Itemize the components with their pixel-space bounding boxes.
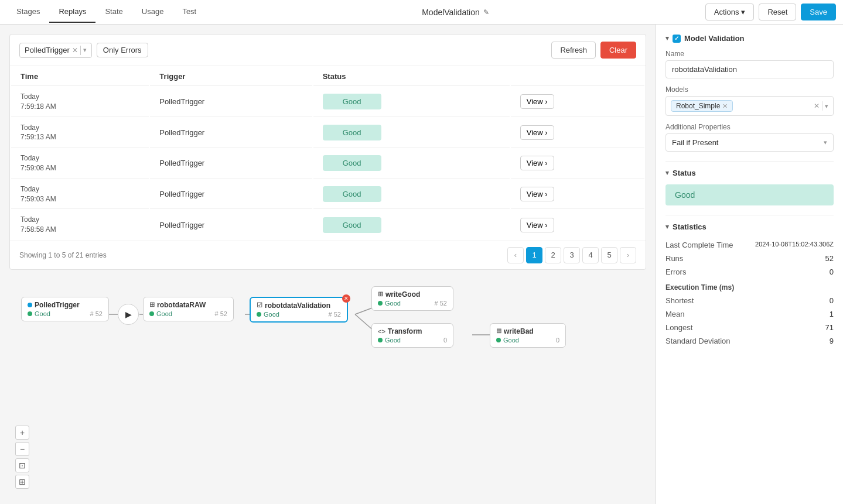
status-cell: Good bbox=[313, 180, 510, 210]
page-2[interactable]: 2 bbox=[545, 247, 561, 263]
filter-tag[interactable]: PolledTrigger ✕ ▾ bbox=[19, 43, 92, 58]
col-status: Status bbox=[313, 67, 510, 86]
model-chevron-icon[interactable]: ▾ bbox=[825, 102, 828, 110]
models-field[interactable]: Robot_Simple ✕ ✕ ▾ bbox=[665, 96, 834, 116]
status-dot bbox=[149, 311, 154, 316]
status-header: ▾ Status bbox=[665, 169, 834, 177]
status-dot bbox=[257, 312, 261, 317]
additional-props-chevron[interactable]: ▾ bbox=[824, 139, 827, 146]
table-row: Today7:59:13 AM PolledTrigger Good View bbox=[11, 118, 644, 148]
model-validation-checkbox[interactable]: ✓ bbox=[673, 35, 681, 43]
view-cell: View bbox=[511, 149, 644, 179]
status-dot bbox=[378, 301, 383, 306]
pagination: Showing 1 to 5 of 21 entries ‹ 1 2 3 4 5… bbox=[10, 241, 646, 269]
stat-std-dev: Standard Deviation 9 bbox=[665, 334, 834, 348]
view-button[interactable]: View bbox=[520, 125, 554, 140]
node-writebad[interactable]: ⊞ writeBad Good 0 bbox=[490, 323, 566, 348]
view-button[interactable]: View bbox=[520, 218, 554, 232]
statistics-section: ▾ Statistics Last Complete Time 2024-10-… bbox=[665, 222, 834, 348]
collapse-icon[interactable]: ▾ bbox=[665, 169, 669, 177]
model-remove-icon[interactable]: ✕ bbox=[814, 102, 820, 110]
trigger-cell: PolledTrigger bbox=[150, 210, 312, 239]
filter-tag-remove[interactable]: ✕ bbox=[72, 46, 78, 54]
page-1[interactable]: 1 bbox=[526, 247, 542, 263]
node-icon: ⊞ bbox=[496, 327, 501, 335]
chevron-down-icon[interactable]: ▾ bbox=[83, 46, 87, 54]
stat-last-complete: Last Complete Time 2024-10-08T15:02:43.3… bbox=[665, 238, 834, 252]
status-section: ▾ Status Good bbox=[665, 169, 834, 205]
model-tag[interactable]: Robot_Simple ✕ bbox=[671, 100, 733, 112]
page-5[interactable]: 5 bbox=[601, 247, 617, 263]
view-cell: View bbox=[511, 118, 644, 148]
model-tag-label: Robot_Simple bbox=[676, 102, 720, 110]
refresh-button[interactable]: Refresh bbox=[551, 42, 596, 59]
node-icon: ⊞ bbox=[378, 290, 383, 298]
model-validation-header: ▾ ✓ Model Validation bbox=[665, 34, 834, 43]
table-row: Today7:59:18 AM PolledTrigger Good View bbox=[11, 87, 644, 117]
stat-errors: Errors 0 bbox=[665, 265, 834, 279]
node-writegood[interactable]: ⊞ writeGood Good # 52 bbox=[371, 286, 453, 311]
trigger-cell: PolledTrigger bbox=[150, 87, 312, 117]
flow-area[interactable]: PolledTrigger Good # 52 ▶ ⊞ robotdataRAW bbox=[9, 279, 646, 495]
model-validation-section: ▾ ✓ Model Validation Name robotdataValid… bbox=[665, 34, 834, 152]
view-cell: View bbox=[511, 87, 644, 117]
node-icon: ⊞ bbox=[149, 301, 155, 308]
save-button[interactable]: Save bbox=[801, 4, 836, 20]
main-layout: PolledTrigger ✕ ▾ Only Errors Refresh Cl… bbox=[0, 25, 843, 504]
additional-props-field[interactable]: Fail if Present ▾ bbox=[665, 133, 834, 152]
node-robotdatavalidation[interactable]: ✕ ☑ robotdataValidation Good # 52 bbox=[250, 297, 348, 323]
page-title: ModelValidation ✎ bbox=[206, 8, 705, 17]
tab-test[interactable]: Test bbox=[173, 1, 206, 23]
zoom-grid-button[interactable]: ⊞ bbox=[15, 475, 29, 489]
col-action bbox=[511, 67, 644, 86]
nav-tabs: Stages Replays State Usage Test bbox=[7, 1, 206, 23]
node-transform[interactable]: <> Transform Good 0 bbox=[371, 323, 453, 348]
section-divider-2 bbox=[665, 215, 834, 215]
view-button[interactable]: View bbox=[520, 187, 554, 201]
page-4[interactable]: 4 bbox=[582, 247, 599, 263]
fail-if-present-label: Fail if Present bbox=[672, 138, 718, 147]
execution-time-label: Execution Time (ms) bbox=[665, 283, 834, 292]
tab-replays[interactable]: Replays bbox=[49, 1, 95, 23]
table-row: Today7:59:08 AM PolledTrigger Good View bbox=[11, 149, 644, 179]
reset-button[interactable]: Reset bbox=[759, 4, 796, 20]
view-button[interactable]: View bbox=[520, 94, 554, 109]
model-tag-remove[interactable]: ✕ bbox=[722, 102, 728, 110]
zoom-fit-button[interactable]: ⊡ bbox=[15, 458, 29, 472]
time-cell: Today7:59:03 AM bbox=[21, 184, 139, 204]
replays-area: PolledTrigger ✕ ▾ Only Errors Refresh Cl… bbox=[9, 34, 646, 270]
collapse-icon[interactable]: ▾ bbox=[665, 35, 669, 42]
time-cell: Today7:58:58 AM bbox=[21, 215, 139, 235]
tab-usage[interactable]: Usage bbox=[132, 1, 173, 23]
view-cell: View bbox=[511, 180, 644, 210]
zoom-controls: + − ⊡ ⊞ bbox=[15, 426, 29, 489]
tab-stages[interactable]: Stages bbox=[7, 1, 49, 23]
zoom-out-button[interactable]: − bbox=[15, 442, 29, 456]
pagination-next[interactable]: › bbox=[620, 247, 636, 263]
error-badge: ✕ bbox=[342, 294, 350, 303]
collapse-icon[interactable]: ▾ bbox=[665, 223, 669, 231]
node-polledtrigger[interactable]: PolledTrigger Good # 52 bbox=[21, 297, 109, 321]
filter-separator bbox=[80, 46, 81, 55]
pagination-prev[interactable]: ‹ bbox=[507, 247, 524, 263]
play-button-node[interactable]: ▶ bbox=[118, 304, 139, 325]
node-robotdataraw[interactable]: ⊞ robotdataRAW Good # 52 bbox=[143, 297, 234, 321]
edit-icon[interactable]: ✎ bbox=[483, 8, 489, 16]
status-dot bbox=[378, 338, 383, 342]
pagination-pages: ‹ 1 2 3 4 5 › bbox=[507, 247, 636, 263]
stat-mean: Mean 1 bbox=[665, 307, 834, 321]
actions-button[interactable]: Actions ▾ bbox=[705, 4, 755, 20]
view-button[interactable]: View bbox=[520, 156, 554, 170]
additional-props-label: Additional Properties bbox=[665, 123, 834, 131]
only-errors-filter[interactable]: Only Errors bbox=[97, 43, 148, 57]
trigger-cell: PolledTrigger bbox=[150, 149, 312, 179]
pagination-info: Showing 1 to 5 of 21 entries bbox=[19, 251, 107, 259]
tab-state[interactable]: State bbox=[95, 1, 132, 23]
name-field[interactable]: robotdataValidation bbox=[665, 60, 834, 78]
col-trigger: Trigger bbox=[150, 67, 312, 86]
zoom-in-button[interactable]: + bbox=[15, 426, 29, 440]
page-3[interactable]: 3 bbox=[564, 247, 580, 263]
col-time: Time bbox=[11, 67, 149, 86]
clear-button[interactable]: Clear bbox=[600, 42, 636, 59]
filter-tag-label: PolledTrigger bbox=[25, 46, 70, 54]
